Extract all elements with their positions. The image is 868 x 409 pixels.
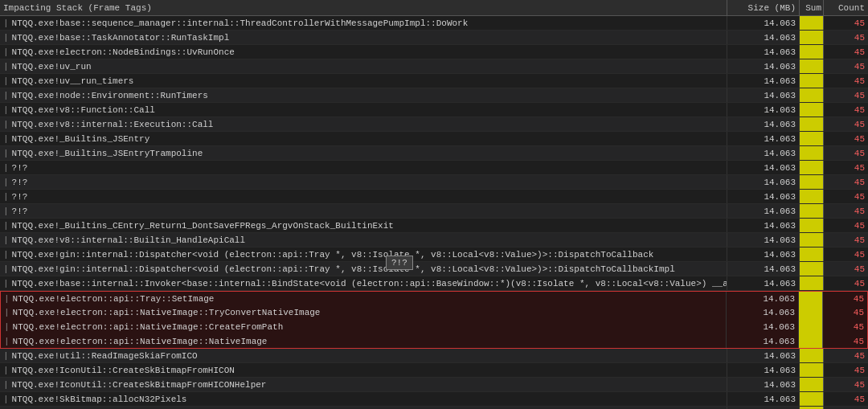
cell-sum <box>799 292 823 305</box>
table-row[interactable]: |?!?14.06345 <box>0 175 868 190</box>
cell-sum <box>800 31 824 44</box>
cell-stack: |NTQQ.exe!base::TaskAnnotator::RunTaskIm… <box>0 31 727 44</box>
cell-count: 45 <box>824 349 868 362</box>
table-row[interactable]: |NTQQ.exe!electron::api::NativeImage::Tr… <box>0 305 868 320</box>
table-row[interactable]: |?!?14.06345 <box>0 190 868 204</box>
table-row[interactable]: |NTQQ.exe!gin::internal::Dispatcher<void… <box>0 247 868 262</box>
table-row[interactable]: |NTQQ.exe!electron::api::Tray::SetImage1… <box>0 291 868 305</box>
cell-sum <box>800 59 824 73</box>
cell-stack: |NTQQ.exe!uv__run_timers <box>0 74 727 88</box>
cell-size: 14.063 <box>727 334 799 348</box>
cell-stack: |?!? <box>0 161 727 174</box>
cell-count: 45 <box>824 16 868 30</box>
cell-count: 45 <box>824 392 868 406</box>
table-row[interactable]: |NTQQ.exe!_Builtins_CEntry_Return1_DontS… <box>0 219 868 233</box>
cell-size: 14.063 <box>727 262 800 276</box>
table-row[interactable]: |NTQQ.exe!uv__run_timers14.06345 <box>0 74 868 88</box>
cell-count: 45 <box>824 31 868 44</box>
cell-size: 14.063 <box>727 292 799 305</box>
cell-size: 14.063 <box>727 31 800 44</box>
table-row[interactable]: |NTQQ.exe!IconUtil::CreateSkBitmapFromHI… <box>0 378 868 392</box>
cell-count: 45 <box>824 45 868 59</box>
cell-size: 14.063 <box>727 233 800 247</box>
cell-stack: |NTQQ.exe!_Builtins_JSEntryTrampoline <box>0 146 727 160</box>
table-row[interactable]: |NTQQ.exe!uv_run14.06345 <box>0 59 868 74</box>
cell-stack: |NTQQ.exe!gin::internal::Dispatcher<void… <box>0 247 727 261</box>
table-row[interactable]: |NTQQ.exe!electron::NodeBindings::UvRunO… <box>0 45 868 59</box>
cell-stack: |NTQQ.exe!util::ReadImageSkiaFromICO <box>0 349 727 362</box>
cell-sum <box>799 334 823 348</box>
cell-stack: |NTQQ.exe!v8::internal::Builtin_HandleAp… <box>0 233 727 247</box>
cell-count: 45 <box>824 363 868 377</box>
cell-count: 45 <box>824 262 868 276</box>
table-row[interactable]: |NTQQ.exe!_Builtins_JSEntryTrampoline14.… <box>0 146 868 161</box>
cell-size: 14.063 <box>727 320 799 334</box>
table-row[interactable]: |NTQQ.exe!v8::internal::Execution::Call1… <box>0 117 868 132</box>
cell-sum <box>800 103 824 117</box>
cell-stack: |NTQQ.exe!uv_run <box>0 59 727 73</box>
cell-sum <box>800 88 824 102</box>
cell-stack: |NTQQ.exe!IconUtil::CreateSkBitmapFromHI… <box>0 378 727 391</box>
table-row[interactable]: |NTQQ.exe!electron::api::NativeImage::Cr… <box>0 320 868 334</box>
cell-size: 14.063 <box>727 276 800 290</box>
cell-count: 45 <box>823 334 867 348</box>
cell-sum <box>799 305 823 320</box>
table-row[interactable]: |?!?14.06345 <box>0 161 868 175</box>
cell-size: 14.063 <box>727 45 800 59</box>
cell-size: 14.063 <box>727 88 800 102</box>
cell-size: 14.063 <box>727 146 800 160</box>
cell-sum <box>800 363 824 377</box>
table-row[interactable]: |NTQQ.exe!electron::api::NativeImage::Na… <box>0 334 868 349</box>
table-row[interactable]: |?!?14.06345 <box>0 204 868 219</box>
table-row[interactable]: |NTQQ.exe!IconUtil::CreateSkBitmapFromHI… <box>0 363 868 378</box>
cell-count: 45 <box>823 292 867 305</box>
cell-count: 45 <box>824 88 868 102</box>
cell-size: 14.063 <box>727 190 800 203</box>
cell-count: 45 <box>823 305 867 320</box>
cell-sum <box>800 117 824 131</box>
cell-stack: |NTQQ.exe!base::internal::Invoker<base::… <box>0 276 727 290</box>
cell-sum <box>800 132 824 145</box>
table-row[interactable]: |NTQQ.exe!base::TaskAnnotator::RunTaskIm… <box>0 31 868 45</box>
table-row[interactable]: |NTQQ.exe!v8::Function::Call14.06345 <box>0 103 868 117</box>
header-size: Size (MB) <box>727 0 800 15</box>
table-row[interactable]: |NTQQ.exe!SkBitmap::allocN32Pixels14.063… <box>0 392 868 407</box>
cell-sum <box>800 16 824 30</box>
table-row[interactable]: |NTQQ.exe!gin::internal::Dispatcher<void… <box>0 262 868 276</box>
table-row[interactable]: |NTQQ.exe!v8::internal::Builtin_HandleAp… <box>0 233 868 247</box>
header-sum: Sum <box>800 0 824 15</box>
cell-sum <box>800 45 824 59</box>
cell-size: 14.063 <box>727 378 800 391</box>
cell-size: 14.063 <box>727 117 800 131</box>
table-row[interactable]: |NTQQ.exe!base::internal::Invoker<base::… <box>0 276 868 291</box>
table-row[interactable]: |NTQQ.exe!util::ReadImageSkiaFromICO14.0… <box>0 349 868 363</box>
cell-count: 45 <box>824 146 868 160</box>
table-body[interactable]: |NTQQ.exe!base::sequence_manager::intern… <box>0 16 868 409</box>
cell-size: 14.063 <box>727 59 800 73</box>
cell-stack: |NTQQ.exe!node::Environment::RunTimers <box>0 88 727 102</box>
cell-count: 45 <box>824 190 868 203</box>
cell-stack: |NTQQ.exe!gin::internal::Dispatcher<void… <box>0 262 727 276</box>
cell-count: 45 <box>824 175 868 189</box>
cell-count: 45 <box>824 276 868 290</box>
cell-stack: |NTQQ.exe!electron::api::NativeImage::Tr… <box>1 305 727 320</box>
cell-size: 14.063 <box>727 175 800 189</box>
cell-stack: |?!? <box>0 175 727 189</box>
cell-size: 14.063 <box>727 132 800 145</box>
table-header: Impacting Stack (Frame Tags) Size (MB) S… <box>0 0 868 16</box>
cell-sum <box>800 219 824 232</box>
table-row[interactable]: |NTQQ.exe!_Builtins_JSEntry14.06345 <box>0 132 868 146</box>
cell-size: 14.063 <box>727 219 800 232</box>
cell-count: 45 <box>824 74 868 88</box>
cell-size: 14.063 <box>727 363 800 377</box>
cell-size: 14.063 <box>727 305 799 320</box>
table-row[interactable]: |NTQQ.exe!node::Environment::RunTimers14… <box>0 88 868 103</box>
cell-stack: |NTQQ.exe!electron::api::NativeImage::Cr… <box>1 320 727 334</box>
cell-stack: |NTQQ.exe!_Builtins_JSEntry <box>0 132 727 145</box>
cell-size: 14.063 <box>727 247 800 261</box>
cell-size: 14.063 <box>727 349 800 362</box>
cell-stack: |NTQQ.exe!electron::NodeBindings::UvRunO… <box>0 45 727 59</box>
cell-count: 45 <box>824 247 868 261</box>
cell-sum <box>800 74 824 88</box>
table-row[interactable]: |NTQQ.exe!base::sequence_manager::intern… <box>0 16 868 31</box>
